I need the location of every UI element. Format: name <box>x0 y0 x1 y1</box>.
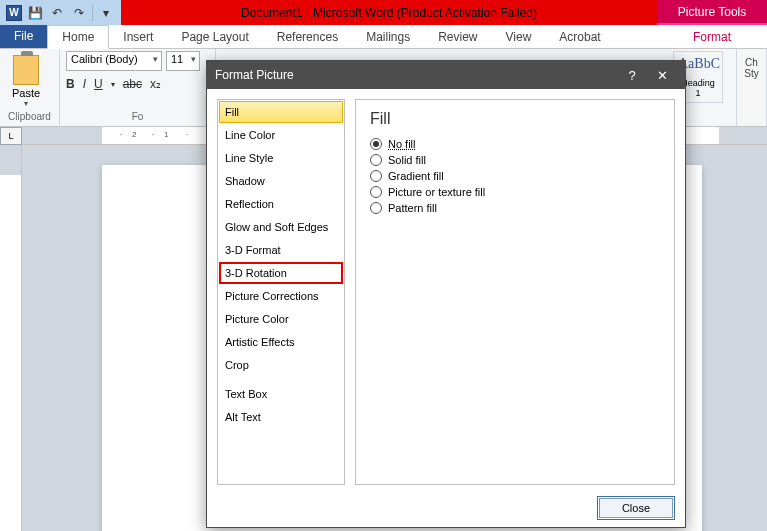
category-shadow[interactable]: Shadow <box>219 170 343 192</box>
radio-icon <box>370 138 382 150</box>
radio-label: No fill <box>388 138 416 150</box>
subscript-button[interactable]: x₂ <box>150 77 161 91</box>
tab-insert[interactable]: Insert <box>109 26 167 48</box>
clipboard-group: Paste ▾ Clipboard <box>0 49 60 126</box>
panel-heading: Fill <box>370 110 660 128</box>
close-icon[interactable]: ✕ <box>647 68 677 83</box>
font-size-select[interactable]: 11 <box>166 51 200 71</box>
ribbon-tabs: File Home Insert Page Layout References … <box>0 25 767 49</box>
category-3d-format[interactable]: 3-D Format <box>219 239 343 261</box>
fill-panel: Fill No fill Solid fill Gradient fill Pi… <box>355 99 675 485</box>
dialog-footer: Close <box>207 489 685 527</box>
radio-gradient-fill[interactable]: Gradient fill <box>370 170 660 182</box>
bold-button[interactable]: B <box>66 77 75 91</box>
radio-label: Gradient fill <box>388 170 444 182</box>
category-glow[interactable]: Glow and Soft Edges <box>219 216 343 238</box>
underline-dropdown-icon[interactable]: ▾ <box>111 80 115 89</box>
clipboard-icon <box>13 55 39 85</box>
undo-icon[interactable]: ↶ <box>48 4 66 22</box>
dialog-body: Fill Line Color Line Style Shadow Reflec… <box>207 89 685 489</box>
tab-review[interactable]: Review <box>424 26 491 48</box>
underline-button[interactable]: U <box>94 77 103 91</box>
category-crop[interactable]: Crop <box>219 354 343 376</box>
radio-label: Pattern fill <box>388 202 437 214</box>
strikethrough-button[interactable]: abc <box>123 77 142 91</box>
vertical-ruler[interactable] <box>0 145 22 531</box>
category-picture-color[interactable]: Picture Color <box>219 308 343 330</box>
paste-button[interactable]: Paste ▾ <box>6 51 46 108</box>
qat-separator <box>92 5 93 21</box>
radio-no-fill[interactable]: No fill <box>370 138 660 150</box>
radio-icon <box>370 186 382 198</box>
radio-pattern-fill[interactable]: Pattern fill <box>370 202 660 214</box>
radio-picture-texture-fill[interactable]: Picture or texture fill <box>370 186 660 198</box>
category-line-color[interactable]: Line Color <box>219 124 343 146</box>
window-title: Document1 - Microsoft Word (Product Acti… <box>121 6 657 20</box>
tab-mailings[interactable]: Mailings <box>352 26 424 48</box>
italic-button[interactable]: I <box>83 77 86 91</box>
close-button[interactable]: Close <box>599 498 673 518</box>
category-fill[interactable]: Fill <box>219 101 343 123</box>
paste-label: Paste <box>12 87 40 99</box>
category-artistic-effects[interactable]: Artistic Effects <box>219 331 343 353</box>
help-icon[interactable]: ? <box>617 68 647 83</box>
radio-icon <box>370 170 382 182</box>
category-text-box[interactable]: Text Box <box>219 383 343 405</box>
picture-tools-tab-header: Picture Tools <box>657 0 767 25</box>
radio-solid-fill[interactable]: Solid fill <box>370 154 660 166</box>
tab-view[interactable]: View <box>492 26 546 48</box>
qat-customize-icon[interactable]: ▾ <box>97 4 115 22</box>
category-reflection[interactable]: Reflection <box>219 193 343 215</box>
category-3d-rotation[interactable]: 3-D Rotation <box>219 262 343 284</box>
tab-selector[interactable]: L <box>0 127 22 145</box>
word-icon: W <box>6 5 22 21</box>
font-group: Calibri (Body) 11 B I U ▾ abc x₂ Fo <box>60 49 216 126</box>
dialog-title: Format Picture <box>215 68 294 82</box>
change-styles-group[interactable]: Ch Sty <box>737 49 767 126</box>
radio-label: Solid fill <box>388 154 426 166</box>
save-icon[interactable]: 💾 <box>26 4 44 22</box>
tab-file[interactable]: File <box>0 24 47 48</box>
quick-access-toolbar: W 💾 ↶ ↷ ▾ <box>0 0 121 25</box>
tab-acrobat[interactable]: Acrobat <box>545 26 614 48</box>
title-bar: W 💾 ↶ ↷ ▾ Document1 - Microsoft Word (Pr… <box>0 0 767 25</box>
radio-icon <box>370 154 382 166</box>
category-alt-text[interactable]: Alt Text <box>219 406 343 428</box>
redo-icon[interactable]: ↷ <box>70 4 88 22</box>
category-list: Fill Line Color Line Style Shadow Reflec… <box>217 99 345 485</box>
tab-page-layout[interactable]: Page Layout <box>167 26 262 48</box>
category-line-style[interactable]: Line Style <box>219 147 343 169</box>
category-picture-corrections[interactable]: Picture Corrections <box>219 285 343 307</box>
format-picture-dialog: Format Picture ? ✕ Fill Line Color Line … <box>206 60 686 528</box>
tab-references[interactable]: References <box>263 26 352 48</box>
tab-home[interactable]: Home <box>47 25 109 49</box>
radio-icon <box>370 202 382 214</box>
font-group-label: Fo <box>66 109 209 124</box>
tab-format[interactable]: Format <box>657 26 767 48</box>
clipboard-group-label: Clipboard <box>6 109 53 124</box>
font-name-select[interactable]: Calibri (Body) <box>66 51 162 71</box>
dialog-titlebar[interactable]: Format Picture ? ✕ <box>207 61 685 89</box>
radio-label: Picture or texture fill <box>388 186 485 198</box>
